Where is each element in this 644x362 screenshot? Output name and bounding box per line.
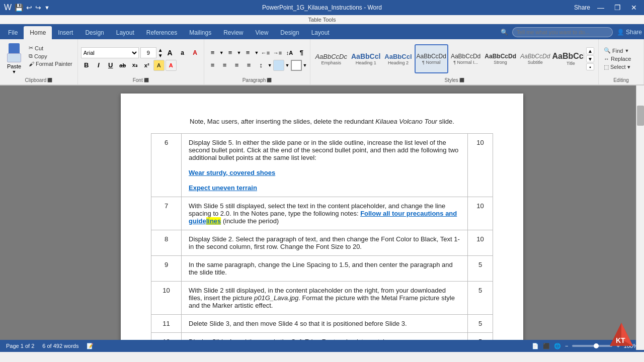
strikethrough-btn[interactable]: ab — [117, 60, 128, 71]
paste-arrow[interactable]: ▼ — [12, 69, 17, 74]
decrease-indent-btn[interactable]: ←≡ — [260, 47, 271, 58]
styles-more[interactable]: ▪ — [586, 63, 594, 70]
font-grow-large-btn[interactable]: A — [165, 47, 176, 58]
styles-scroll-up[interactable]: ▲ — [586, 47, 594, 54]
style-heading2[interactable]: AaBbCcl Heading 2 — [383, 44, 413, 73]
align-center-btn[interactable]: ≡ — [219, 60, 230, 71]
bullets-arrow[interactable]: ▼ — [219, 50, 224, 55]
numbering-btn[interactable]: ≡ — [225, 47, 236, 58]
scrollbar[interactable] — [636, 85, 644, 350]
find-arrow[interactable]: ▼ — [624, 48, 629, 53]
cut-button[interactable]: ✂ Cut — [27, 44, 74, 52]
style-strong[interactable]: AaBbCcDd Strong — [483, 44, 518, 73]
style-title[interactable]: AaBbCcD Title — [552, 44, 584, 73]
view-print-icon[interactable]: 📄 — [532, 343, 539, 349]
highlight-btn[interactable]: A — [153, 60, 165, 71]
zoom-slider[interactable] — [572, 345, 612, 347]
row-number: 8 — [151, 230, 182, 256]
tab-layout2[interactable]: Layout — [305, 26, 336, 39]
borders-btn[interactable] — [291, 60, 302, 71]
styles-scroll-down[interactable]: ▼ — [586, 55, 594, 62]
font-shrink-btn[interactable]: ▼ — [158, 53, 163, 58]
tab-layout[interactable]: Layout — [110, 26, 140, 39]
view-full-icon[interactable]: ⬛ — [543, 343, 550, 349]
tab-file[interactable]: File — [2, 26, 24, 39]
share-label[interactable]: Share — [574, 4, 590, 11]
line-spacing-btn[interactable]: ↕ — [256, 60, 267, 71]
quick-customize[interactable]: ▼ — [44, 5, 50, 11]
tab-insert[interactable]: Insert — [52, 26, 79, 39]
select-button[interactable]: ⬚ Select ▾ — [602, 63, 640, 71]
italic-btn[interactable]: I — [93, 60, 104, 71]
filename-italic: p01G_Lava.jpg — [254, 294, 298, 302]
zoom-out-icon[interactable]: − — [565, 343, 568, 349]
underline-btn[interactable]: U — [105, 60, 116, 71]
maximize-btn[interactable]: ❐ — [611, 3, 624, 13]
tab-mailings[interactable]: Mailings — [183, 26, 217, 39]
increase-indent-btn[interactable]: →≡ — [272, 47, 283, 58]
tab-design2[interactable]: Design — [274, 26, 305, 39]
share-icon[interactable]: 👤 Share — [617, 29, 642, 36]
styles-scroll-btns: ▲ ▼ ▪ — [585, 45, 595, 72]
row-content[interactable]: Display Slide 2. Select the paragraph of… — [182, 230, 468, 256]
tab-home[interactable]: Home — [24, 26, 52, 39]
row-content[interactable]: With Slide 2 still displayed, in the con… — [182, 282, 468, 315]
style-emphasis[interactable]: AaBbCcDc Emphasis — [313, 44, 349, 73]
paragraph-group-label[interactable]: Paragraph ⬛ — [207, 76, 307, 84]
tab-view[interactable]: View — [250, 26, 275, 39]
quick-save[interactable]: 💾 — [15, 4, 23, 12]
shading-arrow[interactable]: ▼ — [285, 63, 290, 68]
multilevel-arrow[interactable]: ▼ — [255, 50, 259, 55]
tab-design[interactable]: Design — [79, 26, 110, 39]
style-heading1[interactable]: AaBbCcl Heading 1 — [350, 44, 382, 73]
search-input[interactable] — [512, 27, 613, 37]
clear-formatting-btn[interactable]: A — [190, 47, 201, 58]
row-content[interactable]: In the same paragraph, change the Line S… — [182, 256, 468, 282]
numbering-arrow[interactable]: ▼ — [237, 50, 242, 55]
view-web-icon[interactable]: 🌐 — [554, 343, 561, 349]
font-size-input[interactable] — [140, 47, 156, 58]
subscript-btn[interactable]: x₂ — [129, 60, 140, 71]
row-content[interactable]: Display Slide 4, and then apply the Soft… — [182, 333, 468, 340]
borders-arrow[interactable]: ▼ — [303, 63, 307, 68]
minimize-btn[interactable]: — — [594, 3, 607, 13]
row-content[interactable]: With Slide 5 still displayed, select the… — [182, 197, 468, 230]
line-spacing-arrow[interactable]: ▼ — [268, 63, 272, 68]
find-button[interactable]: 🔍 Find ▼ — [602, 47, 640, 54]
multilevel-btn[interactable]: ≡ — [243, 47, 254, 58]
row-number: 11 — [151, 315, 182, 333]
justify-btn[interactable]: ≡ — [244, 60, 255, 71]
scroll-thumb[interactable] — [637, 106, 644, 126]
align-right-btn[interactable]: ≡ — [231, 60, 243, 71]
row-content[interactable]: Delete Slide 3, and then move Slide 4 so… — [182, 315, 468, 333]
copy-button[interactable]: ⧉ Copy — [27, 52, 74, 60]
bullets-btn[interactable]: ≡ — [207, 47, 218, 58]
title-bar-right: Share — ❐ ✕ — [574, 3, 640, 13]
close-btn[interactable]: ✕ — [628, 3, 640, 13]
quick-redo[interactable]: ↪ — [35, 4, 41, 12]
tab-review[interactable]: Review — [217, 26, 249, 39]
quick-undo[interactable]: ↩ — [26, 4, 32, 12]
shading-btn[interactable] — [273, 60, 284, 71]
font-grow-btn[interactable]: ▲ — [158, 47, 163, 53]
tab-references[interactable]: References — [140, 26, 183, 39]
sort-btn[interactable]: ↕A — [284, 47, 295, 58]
paste-button[interactable]: Paste ▼ — [3, 41, 25, 76]
style-subtitle[interactable]: AaBbCcDd Subtitle — [519, 44, 551, 73]
styles-group-label[interactable]: Styles ⬛ — [313, 76, 595, 84]
font-group-label[interactable]: Font ⬛ — [81, 76, 201, 84]
replace-button[interactable]: ↔ Replace — [602, 55, 640, 62]
format-painter-button[interactable]: 🖌 Format Painter — [27, 60, 74, 67]
align-left-btn[interactable]: ≡ — [207, 60, 218, 71]
clipboard-label[interactable]: Clipboard ⬛ — [3, 76, 74, 84]
font-shrink-large-btn[interactable]: a — [177, 47, 188, 58]
font-color-btn[interactable]: A — [166, 60, 177, 71]
superscript-btn[interactable]: x² — [141, 60, 152, 71]
font-name-select[interactable]: Arial — [81, 47, 139, 58]
show-para-btn[interactable]: ¶ — [296, 47, 307, 58]
style-normal-indent[interactable]: AaBbCcDd ¶ Normal I... — [449, 44, 482, 73]
style-normal[interactable]: AaBbCcDd ¶ Normal — [415, 44, 448, 73]
clipboard-group: Paste ▼ ✂ Cut ⧉ Copy 🖌 Format Painter Cl — [0, 39, 78, 84]
bold-btn[interactable]: B — [81, 60, 92, 71]
row-content[interactable]: Display Slide 5. In either the slide pan… — [182, 134, 468, 197]
